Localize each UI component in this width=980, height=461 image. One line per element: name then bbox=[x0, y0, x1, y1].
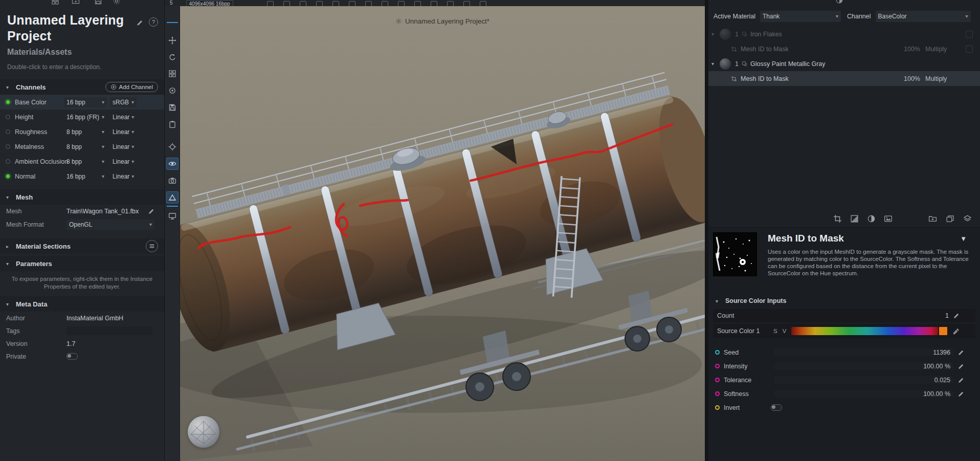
channel-dropdown[interactable]: BaseColor▾ bbox=[876, 11, 971, 22]
mesh-section-header[interactable]: ▾ Mesh bbox=[0, 189, 164, 205]
description-hint[interactable]: Double-click to enter a description. bbox=[7, 63, 157, 71]
contrast-icon[interactable] bbox=[867, 214, 876, 223]
channel-colorspace-dropdown[interactable]: Linear▾ bbox=[110, 171, 137, 182]
toolbar-icon[interactable] bbox=[431, 1, 437, 6]
toolbar-icon[interactable] bbox=[300, 1, 306, 6]
add-channel-button[interactable]: Add Channel bbox=[105, 82, 159, 92]
pencil-icon[interactable] bbox=[957, 390, 965, 398]
hue-gradient-slider[interactable] bbox=[791, 327, 938, 335]
channels-section-header[interactable]: ▾ Channels Add Channel bbox=[0, 79, 164, 95]
channel-bpp-dropdown[interactable]: 16 bpp (FR)▾ bbox=[64, 112, 107, 122]
selected-color-swatch[interactable] bbox=[939, 327, 947, 335]
channel-row-height[interactable]: Height 16 bpp (FR)▾ Linear▾ bbox=[0, 109, 164, 124]
pencil-icon[interactable] bbox=[957, 377, 965, 384]
param-input-track[interactable]: 0.025 bbox=[774, 376, 953, 384]
mask-blend-mode[interactable]: Multiply bbox=[925, 75, 956, 82]
mask-opacity[interactable]: 100% bbox=[898, 46, 920, 53]
pencil-icon[interactable] bbox=[957, 363, 965, 370]
visibility-tool-button[interactable] bbox=[166, 158, 179, 170]
channel-row-ambient-occlusion[interactable]: Ambient Occlusion 8 bpp▾ Linear▾ bbox=[0, 154, 164, 169]
channel-bpp-dropdown[interactable]: 8 bpp▾ bbox=[64, 142, 107, 152]
mask-visibility-checkbox[interactable] bbox=[966, 46, 973, 53]
eyedropper-icon[interactable] bbox=[952, 327, 960, 335]
source-color-inputs-header[interactable]: ▾ Source Color Inputs bbox=[708, 294, 980, 308]
value-label[interactable]: V bbox=[783, 328, 787, 334]
channel-colorspace-dropdown[interactable]: Linear▾ bbox=[110, 142, 137, 152]
toolbar-icon[interactable] bbox=[332, 1, 339, 6]
author-value[interactable]: InstaMaterial GmbH bbox=[66, 315, 123, 322]
mask-row-iron-flakes[interactable]: Mesh ID to Mask 100% Multiply bbox=[708, 41, 980, 56]
toolbar-icon[interactable] bbox=[398, 1, 405, 6]
add-folder-icon[interactable] bbox=[928, 214, 937, 223]
param-input-track[interactable]: 11396 bbox=[774, 348, 953, 356]
channel-bpp-dropdown[interactable]: 16 bpp▾ bbox=[64, 171, 107, 182]
navigation-sphere-gizmo[interactable] bbox=[188, 416, 219, 448]
param-input-track[interactable]: 100.00 % bbox=[774, 362, 953, 370]
channel-colorspace-dropdown[interactable]: Linear▾ bbox=[110, 157, 137, 167]
camera-tool-button[interactable] bbox=[166, 174, 179, 187]
mask-opacity[interactable]: 100% bbox=[898, 75, 920, 82]
toolbar-icon[interactable] bbox=[480, 1, 486, 6]
target-tool-button[interactable] bbox=[166, 84, 179, 97]
layer-row-iron-flakes[interactable]: ▾ 1 Iron Flakes bbox=[708, 27, 980, 41]
rotate-tool-button[interactable] bbox=[166, 51, 179, 63]
position-tool-button[interactable] bbox=[166, 141, 179, 153]
toolbar-icon[interactable] bbox=[365, 1, 372, 6]
clipboard-button[interactable] bbox=[166, 118, 179, 130]
grid-icon[interactable] bbox=[51, 0, 59, 5]
viewport-3d[interactable]: Unnamed Layering Project* bbox=[180, 6, 705, 461]
channel-colorspace-dropdown[interactable]: Linear▾ bbox=[110, 127, 137, 137]
channel-bpp-dropdown[interactable]: 8 bpp▾ bbox=[64, 127, 107, 137]
param-input-track[interactable]: 100.00 % bbox=[774, 390, 953, 398]
count-value[interactable]: 1 bbox=[945, 312, 949, 319]
toolbar-icon[interactable] bbox=[447, 1, 454, 6]
history-count[interactable]: 5 bbox=[170, 0, 173, 6]
crop-icon[interactable] bbox=[833, 214, 842, 223]
paint-tool-button[interactable] bbox=[166, 191, 179, 204]
toolbar-icon[interactable] bbox=[267, 1, 274, 6]
duplicate-icon[interactable] bbox=[946, 214, 954, 223]
material-sections-header[interactable]: ▸ Material Sections bbox=[0, 238, 164, 254]
gear-icon[interactable] bbox=[113, 0, 121, 5]
toolbar-icon[interactable] bbox=[316, 1, 323, 6]
channel-row-metalness[interactable]: Metalness 8 bpp▾ Linear▾ bbox=[0, 139, 164, 154]
pencil-icon[interactable] bbox=[148, 208, 155, 215]
move-tool-button[interactable] bbox=[166, 34, 179, 47]
display-tool-button[interactable] bbox=[166, 210, 179, 222]
save-icon[interactable] bbox=[94, 0, 102, 5]
private-toggle[interactable] bbox=[66, 353, 78, 360]
mask-preview-thumbnail[interactable] bbox=[714, 233, 756, 276]
toolbar-icon[interactable] bbox=[349, 1, 355, 6]
save-view-button[interactable] bbox=[166, 101, 179, 114]
uv-grid-tool-button[interactable] bbox=[166, 68, 179, 80]
folder-icon[interactable] bbox=[72, 0, 80, 5]
image-icon[interactable] bbox=[884, 214, 893, 223]
channel-row-normal[interactable]: Normal 16 bpp▾ Linear▾ bbox=[0, 169, 164, 184]
collapse-node-button[interactable]: ▼ bbox=[960, 235, 967, 243]
channel-colorspace-dropdown[interactable]: sRGB▾ bbox=[110, 97, 137, 107]
toolbar-icon[interactable] bbox=[463, 1, 470, 6]
pencil-icon[interactable] bbox=[957, 349, 965, 356]
layers-icon[interactable] bbox=[963, 214, 972, 223]
resolution-dropdown[interactable]: 4096x4096 16bpp bbox=[186, 0, 233, 6]
mask-blend-mode[interactable]: Multiply bbox=[925, 46, 956, 53]
meta-data-section-header[interactable]: ▾ Meta Data bbox=[0, 296, 164, 312]
contrast-icon[interactable] bbox=[835, 0, 843, 4]
channel-row-roughness[interactable]: Roughness 8 bpp▾ Linear▾ bbox=[0, 124, 164, 139]
version-value[interactable]: 1.7 bbox=[66, 340, 75, 347]
channel-row-base-color[interactable]: Base Color 16 bpp▾ sRGB▾ bbox=[0, 95, 164, 109]
toolbar-icon[interactable] bbox=[414, 1, 421, 6]
pencil-icon[interactable] bbox=[953, 312, 960, 319]
material-sections-menu-button[interactable] bbox=[146, 240, 158, 252]
invert-toggle[interactable] bbox=[771, 404, 782, 411]
channel-colorspace-dropdown[interactable]: Linear▾ bbox=[110, 112, 137, 122]
toolbar-icon[interactable] bbox=[283, 1, 290, 6]
help-button[interactable]: ? bbox=[149, 17, 158, 27]
active-material-dropdown[interactable]: Thank▾ bbox=[760, 11, 841, 22]
toolbar-icon[interactable] bbox=[382, 1, 388, 6]
mesh-format-dropdown[interactable]: OpenGL▾ bbox=[66, 219, 154, 230]
saturation-label[interactable]: S bbox=[773, 328, 777, 334]
tags-input[interactable] bbox=[66, 326, 152, 335]
layer-visibility-checkbox[interactable] bbox=[966, 31, 973, 38]
viewport-3d-scene[interactable] bbox=[180, 6, 705, 461]
